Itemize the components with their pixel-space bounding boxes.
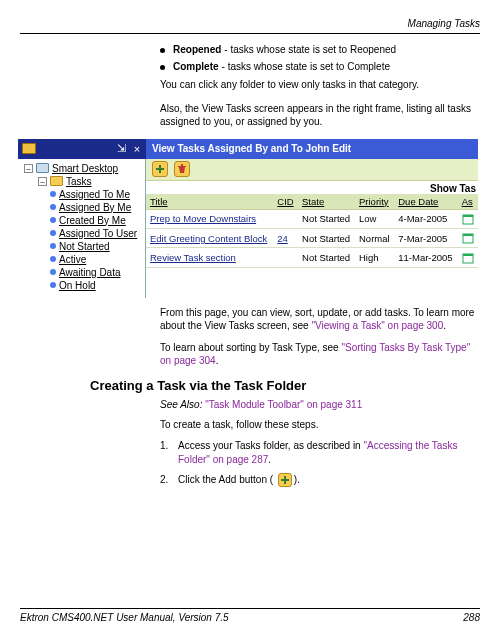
page-header: Managing Tasks — [20, 18, 480, 29]
bullet-desc: - tasks whose state is set to Reopened — [224, 44, 396, 55]
tree-label[interactable]: Assigned To Me — [59, 189, 130, 200]
view-panel-title: View Tasks Assigned By and To John Edit — [146, 139, 478, 159]
text: ). — [294, 474, 300, 485]
table-row[interactable]: Prep to Move Downstairs Not Started Low … — [146, 209, 478, 228]
node-icon — [50, 204, 56, 210]
node-icon — [50, 217, 56, 223]
tree-item[interactable]: Not Started — [20, 240, 143, 253]
close-icon[interactable]: × — [130, 142, 144, 156]
cell-state: Not Started — [298, 209, 355, 228]
tree-label[interactable]: Tasks — [66, 176, 92, 187]
cid-link[interactable]: 24 — [277, 233, 288, 244]
task-link[interactable]: Review Task section — [150, 252, 236, 263]
col-cid[interactable]: CID — [273, 194, 298, 210]
step-item: 2. Click the Add button ( ). — [160, 473, 480, 487]
task-toolbar — [146, 159, 478, 181]
cell-priority: Normal — [355, 228, 394, 247]
tree-item[interactable]: Assigned To Me — [20, 188, 143, 201]
folder-tree: – Smart Desktop – Tasks Assigned To Me A… — [18, 159, 146, 298]
intro-paragraph: Also, the View Tasks screen appears in t… — [160, 102, 480, 129]
svg-rect-3 — [463, 234, 473, 236]
calendar-icon[interactable] — [462, 232, 474, 244]
tree-label[interactable]: Assigned To User — [59, 228, 137, 239]
svg-rect-1 — [463, 215, 473, 217]
tree-item[interactable]: Assigned To User — [20, 227, 143, 240]
text: See Also: — [160, 399, 205, 410]
cell-due: 4-Mar-2005 — [394, 209, 457, 228]
cell-priority: High — [355, 248, 394, 267]
add-icon — [278, 473, 292, 487]
tree-item[interactable]: Active — [20, 253, 143, 266]
body-paragraph: To learn about sorting by Task Type, see… — [160, 341, 480, 368]
folder-icon — [50, 176, 63, 186]
tree-item[interactable]: On Hold — [20, 279, 143, 292]
tree-label[interactable]: Created By Me — [59, 215, 126, 226]
col-as[interactable]: As — [458, 194, 478, 210]
add-task-button[interactable] — [152, 161, 168, 177]
section-heading: Creating a Task via the Task Folder — [90, 378, 480, 393]
cell-cid — [273, 248, 298, 267]
task-link[interactable]: Prep to Move Downstairs — [150, 213, 256, 224]
footer-page-number: 288 — [463, 612, 480, 623]
step-number: 2. — [160, 473, 172, 487]
cell-state: Not Started — [298, 228, 355, 247]
col-title[interactable]: Title — [146, 194, 273, 210]
tree-root[interactable]: – Smart Desktop — [20, 162, 143, 175]
col-state[interactable]: State — [298, 194, 355, 210]
tree-tasks-folder[interactable]: – Tasks — [20, 175, 143, 188]
calendar-icon[interactable] — [462, 213, 474, 225]
trash-icon — [177, 164, 187, 174]
folder-icon — [22, 142, 36, 156]
bullet-dot-icon — [160, 48, 165, 53]
col-priority[interactable]: Priority — [355, 194, 394, 210]
bullet-item: Reopened- tasks whose state is set to Re… — [160, 44, 480, 55]
tree-label[interactable]: Awaiting Data — [59, 267, 121, 278]
tree-panel-header: ⇲ × — [18, 139, 146, 159]
node-icon — [50, 191, 56, 197]
show-tasks-label: Show Tas — [146, 181, 478, 194]
see-also: See Also: "Task Module Toolbar" on page … — [160, 399, 480, 410]
cell-due: 11-Mar-2005 — [394, 248, 457, 267]
bullet-list: Reopened- tasks whose state is set to Re… — [160, 44, 480, 72]
node-icon — [50, 230, 56, 236]
tree-item[interactable]: Created By Me — [20, 214, 143, 227]
cell-due: 7-Mar-2005 — [394, 228, 457, 247]
tree-label[interactable]: On Hold — [59, 280, 96, 291]
tree-label[interactable]: Assigned By Me — [59, 202, 131, 213]
bullet-term: Complete — [173, 61, 219, 72]
pin-icon[interactable]: ⇲ — [114, 142, 128, 156]
task-link[interactable]: Edit Greeting Content Block — [150, 233, 267, 244]
bullet-dot-icon — [160, 65, 165, 70]
calendar-icon[interactable] — [462, 252, 474, 264]
tree-label[interactable]: Smart Desktop — [52, 163, 118, 174]
text: . — [216, 355, 219, 366]
node-icon — [50, 243, 56, 249]
tree-item[interactable]: Awaiting Data — [20, 266, 143, 279]
cell-priority: Low — [355, 209, 394, 228]
table-row[interactable]: Edit Greeting Content Block 24 Not Start… — [146, 228, 478, 247]
steps-list: 1. Access your Tasks folder, as describe… — [160, 439, 480, 487]
col-due[interactable]: Due Date — [394, 194, 457, 210]
node-icon — [50, 256, 56, 262]
node-icon — [50, 269, 56, 275]
tasks-table: Title CID State Priority Due Date As Pre… — [146, 194, 478, 268]
tree-item[interactable]: Assigned By Me — [20, 201, 143, 214]
table-row[interactable]: Review Task section Not Started High 11-… — [146, 248, 478, 267]
collapse-icon[interactable]: – — [38, 177, 47, 186]
tree-label[interactable]: Active — [59, 254, 86, 265]
node-icon — [50, 282, 56, 288]
tree-label[interactable]: Not Started — [59, 241, 110, 252]
header-rule — [20, 33, 480, 34]
cell-state: Not Started — [298, 248, 355, 267]
text: Access your Tasks folder, as described i… — [178, 440, 363, 451]
xref-link[interactable]: "Viewing a Task" on page 300 — [311, 320, 443, 331]
collapse-icon[interactable]: – — [24, 164, 33, 173]
delete-task-button[interactable] — [174, 161, 190, 177]
text: Click the Add button ( — [178, 474, 276, 485]
xref-link[interactable]: "Task Module Toolbar" on page 311 — [205, 399, 362, 410]
footer-left: Ektron CMS400.NET User Manual, Version 7… — [20, 612, 229, 623]
step-item: 1. Access your Tasks folder, as describe… — [160, 439, 480, 467]
intro-paragraph: You can click any folder to view only ta… — [160, 78, 480, 92]
page-footer: Ektron CMS400.NET User Manual, Version 7… — [20, 608, 480, 623]
add-button-inline — [278, 473, 292, 487]
